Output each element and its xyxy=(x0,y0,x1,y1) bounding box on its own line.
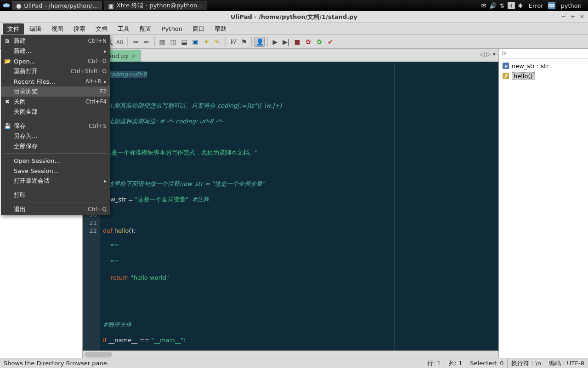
network-icon[interactable]: ⇅ xyxy=(498,2,506,9)
menu-item-open[interactable]: 📂Open...Ctrl+O xyxy=(1,56,110,66)
tb-shell-icon[interactable]: ▣ xyxy=(190,37,200,47)
menu-item-recent[interactable]: Recent Files...Alt+R▸ xyxy=(1,76,110,86)
window-title: UliPad - /home/python/文档/1/stand.py xyxy=(231,13,357,21)
menu-tools[interactable]: 工具 xyxy=(113,23,134,34)
svg-point-2 xyxy=(5,3,8,6)
tb-back-icon[interactable]: ⇦ xyxy=(130,37,141,47)
tb-fwd-icon[interactable]: ⇨ xyxy=(141,37,152,47)
status-col: 列: 1 xyxy=(445,358,467,368)
tb-check-icon[interactable]: ⚑ xyxy=(239,37,249,47)
mail-icon[interactable]: ✉ xyxy=(480,2,487,9)
horizontal-scrollbar[interactable] xyxy=(83,351,498,358)
minimize-button[interactable]: − xyxy=(560,13,567,19)
window-titlebar: UliPad - /home/python/文档/1/stand.py − + … xyxy=(0,11,588,23)
status-message: Shows the Directory Browser pane. xyxy=(0,360,424,367)
menu-item-new-sub[interactable]: 新建...▸ xyxy=(1,46,110,56)
status-row: 行: 1 xyxy=(424,358,445,368)
open-icon: 📂 xyxy=(4,58,11,65)
user-label[interactable]: python xyxy=(557,2,585,9)
tb-bug1-icon[interactable]: ✿ xyxy=(303,37,313,47)
tb-brush-icon[interactable]: ✎ xyxy=(212,37,222,47)
desktop-panel: ● UliPad - /home/python/... ▣ Xfce 终端 - … xyxy=(0,0,588,11)
menu-document[interactable]: 文档 xyxy=(91,23,112,34)
menu-item-save[interactable]: 💾保存Ctrl+S xyxy=(1,121,110,131)
menu-item-dir-browser[interactable]: 目录浏览F2 xyxy=(1,86,110,97)
menu-item-recent-session[interactable]: 打开最近会话▸ xyxy=(1,176,110,186)
file-menu-dropdown: 🗎新建Ctrl+N 新建...▸ 📂Open...Ctrl+O 重新打开Ctrl… xyxy=(1,35,110,215)
status-bar: Shows the Directory Browser pane. 行: 1 列… xyxy=(0,358,588,368)
outline-func[interactable]: fhello() xyxy=(503,71,584,81)
menu-item-new[interactable]: 🗎新建Ctrl+N xyxy=(1,36,110,46)
taskbar-item-ulipad[interactable]: ● UliPad - /home/python/... xyxy=(12,1,102,10)
close-button[interactable]: × xyxy=(579,13,585,19)
menu-item-close[interactable]: ✖关闭Ctrl+F4 xyxy=(1,97,110,107)
menu-item-close-all[interactable]: 关闭全部 xyxy=(1,107,110,117)
menu-python[interactable]: Python xyxy=(157,24,187,34)
tb-runto-icon[interactable]: ▶| xyxy=(281,37,291,47)
bluetooth-icon[interactable]: ✱ xyxy=(517,2,524,9)
menubar: 文件 编辑 视图 搜索 文档 工具 配置 Python 窗口 帮助 xyxy=(0,23,588,35)
outline-var[interactable]: vnew_str : str xyxy=(503,61,584,71)
status-selected: Selected: 0 xyxy=(466,358,508,368)
tb-split-v-icon[interactable]: ⬓ xyxy=(179,37,189,47)
menu-view[interactable]: 视图 xyxy=(47,23,68,34)
outline-refresh-icon[interactable]: ⟳ xyxy=(502,50,507,57)
menu-item-exit[interactable]: 退出Ctrl+Q xyxy=(1,204,110,214)
tab-prev-icon[interactable]: ◁ xyxy=(480,51,484,58)
status-eol: 换行符：\n xyxy=(508,358,545,368)
tb-wrap-icon[interactable]: W xyxy=(228,37,238,47)
taskbar-label: UliPad - /home/python/... xyxy=(24,2,98,9)
tb-window-icon[interactable]: ▦ xyxy=(157,37,167,47)
menu-search[interactable]: 搜索 xyxy=(69,23,90,34)
variable-icon: v xyxy=(503,63,509,69)
tb-preview-icon[interactable]: 👤 xyxy=(254,37,265,47)
tb-wand-icon[interactable]: ✦ xyxy=(201,37,211,47)
info-icon[interactable]: i xyxy=(508,2,515,9)
tb-replace-icon[interactable]: ᴀʙ xyxy=(115,37,125,47)
maximize-button[interactable]: + xyxy=(570,13,576,19)
tb-bug2-icon[interactable]: ✿ xyxy=(314,37,324,47)
taskbar-item-terminal[interactable]: ▣ Xfce 终端 - python@python... xyxy=(104,1,207,10)
app-icon: ● xyxy=(16,2,21,9)
menu-item-print[interactable]: 打印 xyxy=(1,190,110,200)
menu-item-save-all[interactable]: 全部保存 xyxy=(1,141,110,151)
menu-item-open-session[interactable]: Open Session... xyxy=(1,155,110,166)
editor-ruler xyxy=(394,62,395,351)
new-icon: 🗎 xyxy=(4,37,11,45)
tab-next-icon[interactable]: ▷ xyxy=(486,51,491,58)
tab-close-icon[interactable]: × xyxy=(131,52,136,59)
function-icon: f xyxy=(503,73,509,79)
error-label[interactable]: Error xyxy=(526,2,546,9)
tb-stop-icon[interactable]: ■ xyxy=(292,37,302,47)
menu-config[interactable]: 配置 xyxy=(135,23,156,34)
tab-menu-icon[interactable]: ▾ xyxy=(492,51,496,58)
menu-item-save-as[interactable]: 另存为... xyxy=(1,131,110,141)
code-editor[interactable]: 202122 #coding=utf-8 #上面其实你随便怎么写都可以。只要符合… xyxy=(83,62,498,351)
tb-run-icon[interactable]: ▶ xyxy=(270,37,280,47)
editor-tabs: py stand.py× ◁ ▷ ▾ xyxy=(83,49,498,62)
close-icon: ✖ xyxy=(4,98,11,105)
code-content[interactable]: #coding=utf-8 #上面其实你随便怎么写都可以。只要符合 coding… xyxy=(100,62,498,351)
menu-item-save-session[interactable]: Save Session... xyxy=(1,166,110,176)
menu-help[interactable]: 帮助 xyxy=(210,23,231,34)
terminal-icon: ▣ xyxy=(108,2,113,9)
menu-item-reopen[interactable]: 重新打开Ctrl+Shift+O xyxy=(1,66,110,76)
xfce-menu-icon[interactable] xyxy=(3,2,10,9)
status-encoding: 编码：UTF-8 xyxy=(545,358,588,368)
menu-edit[interactable]: 编辑 xyxy=(25,23,46,34)
tb-check2-icon[interactable]: ✔ xyxy=(325,37,335,47)
taskbar-label: Xfce 终端 - python@python... xyxy=(117,1,203,10)
menu-file[interactable]: 文件 xyxy=(3,23,24,34)
tb-split-h-icon[interactable]: ◫ xyxy=(168,37,178,47)
keyboard-icon[interactable]: ⌨ xyxy=(548,2,555,9)
menu-window[interactable]: 窗口 xyxy=(188,23,209,34)
save-icon: 💾 xyxy=(4,122,11,130)
volume-icon[interactable]: 🔊 xyxy=(489,2,497,9)
outline-panel: ⟳ vnew_str : str fhello() xyxy=(498,49,588,358)
